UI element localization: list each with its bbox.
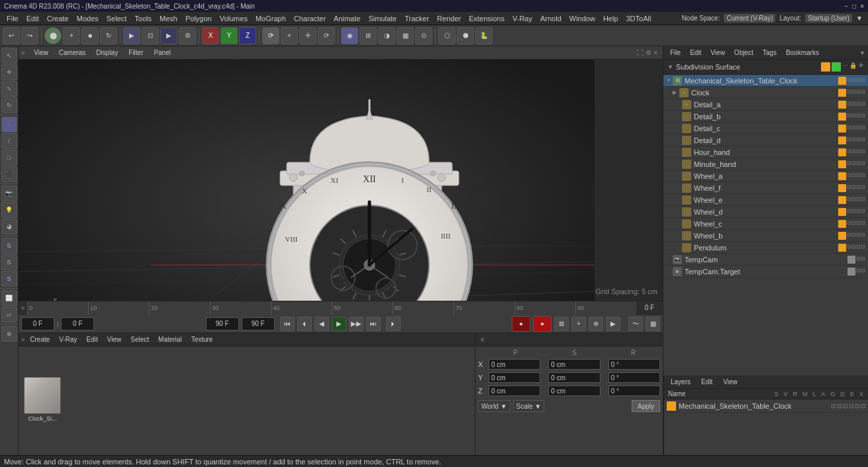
obj-item-hour-hand[interactable]: Hour_hand ⊡⊡⊡⊡ [663, 146, 868, 158]
axis-z-btn[interactable]: Z [239, 27, 256, 44]
move-btn[interactable]: ⟳ [262, 27, 279, 44]
obj-item-wheel-a[interactable]: Wheel_a ⊡⊡⊡⊡ [663, 170, 868, 182]
motion-path-btn[interactable]: 〜 [628, 317, 643, 331]
obj-ctrl-hour-hand[interactable] [838, 148, 846, 156]
camera-icon[interactable]: 📷 [1, 185, 17, 201]
menu-simulate[interactable]: Simulate [364, 13, 401, 24]
menu-vray[interactable]: V-Ray [508, 13, 536, 24]
material-item-clock[interactable]: Clock_Si... [21, 377, 64, 425]
playback-settings-btn[interactable]: ▶ [606, 317, 620, 331]
obj-ctrl-wheel-e[interactable] [838, 196, 846, 204]
obj-item-wheel-e[interactable]: Wheel_e ⊡⊡⊡⊡ [663, 194, 868, 206]
start-frame-field[interactable]: 0 F [21, 317, 54, 331]
key-all-btn[interactable]: ⊕ [589, 317, 603, 331]
obj-ctrl-dots-1[interactable]: ⊡⊡⊡⊡ [847, 77, 865, 85]
obj-dots-wheel-b[interactable]: ⊡⊡⊡⊡ [847, 232, 865, 240]
obj-dots-ctrl[interactable]: ⋯ [842, 62, 848, 72]
menu-render[interactable]: Render [433, 13, 465, 24]
x-pos-field[interactable]: 0 cm [489, 359, 540, 370]
undo-btn[interactable]: ↩ [3, 27, 20, 44]
obj-ctrl-tempcam-target[interactable] [847, 268, 855, 276]
prev-frame-btn[interactable]: ⏴ [297, 317, 312, 331]
menu-window[interactable]: Window [565, 13, 599, 24]
spline2-icon[interactable]: S [1, 254, 17, 270]
record-btn[interactable]: ⏵ [386, 317, 401, 331]
mat-texture-tab[interactable]: Texture [187, 335, 217, 344]
vp-cameras-btn[interactable]: Cameras [55, 48, 90, 57]
obj-ctrl-detail-c[interactable] [838, 125, 846, 132]
menu-mesh[interactable]: Mesh [156, 13, 181, 24]
axis-y-btn[interactable]: Y [220, 27, 238, 44]
minimize-btn[interactable]: − [844, 3, 848, 10]
obj-visible-ctrl[interactable] [832, 62, 841, 72]
obj-lock-ctrl[interactable]: 🔒 [849, 62, 857, 72]
y-rot-field[interactable]: 0 ° [608, 372, 660, 383]
move-tool-icon[interactable]: ✛ [1, 64, 17, 80]
texture-btn[interactable]: ▦ [397, 27, 414, 44]
obj-object-btn[interactable]: Object [730, 48, 757, 57]
obj-dots-pendulum[interactable]: ⊡⊡⊡⊡ [847, 244, 865, 252]
3d-viewport[interactable]: Perspective TempCam:* [19, 60, 663, 301]
spline3-icon[interactable]: S [1, 271, 17, 287]
obj-dots-wheel-d[interactable]: ⊡⊡⊡⊡ [847, 208, 865, 216]
obj-view-btn[interactable]: View [706, 48, 729, 57]
layout-dropdown-icon[interactable]: ▼ [856, 15, 863, 22]
shading-btn[interactable]: ◉ [341, 27, 358, 44]
obj-item-detail-c[interactable]: Detail_c ⊡⊡⊡⊡ [663, 123, 868, 134]
obj-dots-wheel-e[interactable]: ⊡⊡⊡⊡ [847, 196, 865, 204]
poly-mode-icon[interactable]: □ [1, 150, 17, 166]
snap-icon[interactable]: ⊕ [1, 326, 17, 342]
bone-btn[interactable]: ⬡ [438, 27, 456, 44]
mat-menu-icon[interactable]: ≡ [21, 337, 24, 343]
mat-vray-tab[interactable]: V-Ray [55, 335, 81, 344]
play-fast-btn[interactable]: ▶▶ [349, 317, 363, 331]
obj-dots-minute-hand[interactable]: ⊡⊡⊡⊡ [847, 160, 865, 168]
x-rot-field[interactable]: 0 ° [608, 359, 660, 370]
render-region-btn[interactable]: ⊡ [142, 27, 159, 44]
obj-item-wheel-d[interactable]: Wheel_d ⊡⊡⊡⊡ [663, 206, 868, 218]
obj-dots-detail-c[interactable]: ⊡⊡⊡⊡ [847, 125, 865, 132]
menu-tools[interactable]: Tools [130, 13, 156, 24]
z-scale-field[interactable]: 0 cm [548, 386, 600, 396]
vp-panel-btn[interactable]: Panel [150, 48, 175, 57]
layers-tab[interactable]: Layers [667, 378, 695, 386]
rotate-tool-icon[interactable]: ↻ [1, 97, 17, 113]
material-sidebar-icon[interactable]: ◕ [1, 219, 17, 234]
obj-expand-icon[interactable]: ▼ [666, 78, 673, 83]
apply-button[interactable]: Apply [632, 400, 660, 412]
obj-ctrl-pendulum[interactable] [838, 244, 846, 252]
menu-file[interactable]: File [3, 13, 23, 24]
obj-dots-wheel-c[interactable]: ⊡⊡⊡⊡ [847, 220, 865, 228]
vp-close-btn[interactable]: × [653, 49, 657, 56]
mat-create-tab[interactable]: Create [26, 335, 54, 344]
obj-ctrl-detail-a[interactable] [838, 101, 846, 109]
vp-config-btn[interactable]: ⚙ [646, 49, 651, 56]
obj-mode-icon[interactable]: ⬛ [1, 166, 17, 182]
obj-collapse-icon[interactable]: ▼ [667, 64, 673, 70]
layer-item-main[interactable]: Mechanical_Skeleton_Table_Clock ⊡ ⊡ ⊡ ⊡ … [664, 399, 868, 413]
mat-view-tab[interactable]: View [103, 335, 126, 344]
scale-dropdown[interactable]: Scale ▼ [513, 400, 545, 412]
end-frame-field[interactable]: 90 F [206, 317, 239, 331]
close-btn[interactable]: × [860, 3, 864, 10]
menu-3dtoall[interactable]: 3DToAll [622, 13, 655, 24]
obj-edit-btn[interactable]: Edit [686, 48, 705, 57]
obj-ctrl-dots-clock[interactable]: ⊡⊡⊡⊡ [847, 89, 865, 97]
floor2-icon[interactable]: ▱ [1, 307, 17, 323]
obj-item-detail-d[interactable]: Detail_d ⊡⊡⊡⊡ [663, 134, 868, 146]
plus-btn[interactable]: + [63, 27, 80, 44]
obj-dots-wheel-f[interactable]: ⊡⊡⊡⊡ [847, 184, 865, 192]
menu-mograph[interactable]: MoGraph [252, 13, 290, 24]
menu-animate[interactable]: Animate [330, 13, 364, 24]
transform-btn[interactable]: ⟳ [318, 27, 335, 44]
obj-item-main-clock[interactable]: ▼ ⛓ Mechanical_Skeleton_Table_Clock ⊡⊡⊡⊡ [663, 75, 868, 87]
scale-tool-icon[interactable]: ⤡ [1, 81, 17, 97]
obj-dots-tempcam[interactable]: ⊡⊡ [856, 256, 865, 264]
layer-m-ctrl[interactable]: ⊡ [849, 403, 854, 409]
wire-btn[interactable]: ⊞ [360, 27, 377, 44]
obj-dots-wheel-a[interactable]: ⊡⊡⊡⊡ [847, 172, 865, 180]
rotate-btn[interactable]: ↻ [100, 27, 117, 44]
obj-item-wheel-c[interactable]: Wheel_c ⊡⊡⊡⊡ [663, 218, 868, 230]
obj-ctrl-color-clock[interactable] [838, 89, 846, 97]
obj-item-detail-a[interactable]: ○ Detail_a ⊡⊡⊡⊡ [663, 99, 868, 111]
